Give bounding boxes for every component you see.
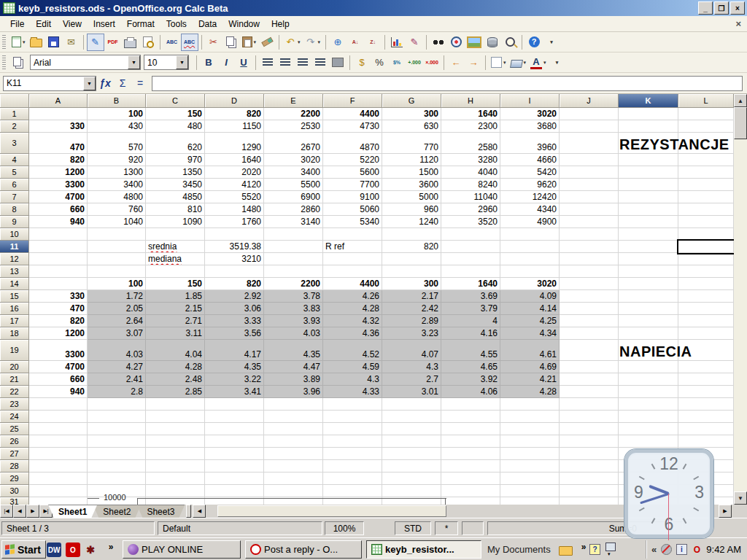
- cell-J11[interactable]: [560, 241, 619, 253]
- cell-B10[interactable]: [88, 228, 146, 241]
- cell-B1[interactable]: 100: [88, 108, 146, 120]
- font-size-combo[interactable]: 10 ▼: [144, 55, 189, 70]
- cell-C8[interactable]: 810: [146, 203, 205, 216]
- cell-E12[interactable]: [264, 253, 323, 265]
- cell-A12[interactable]: [29, 253, 88, 265]
- cell-L2[interactable]: [678, 120, 734, 133]
- cell-E22[interactable]: 3.96: [264, 386, 323, 398]
- font-name-dropdown-icon[interactable]: ▼: [128, 55, 140, 69]
- cell-I29[interactable]: [500, 472, 560, 485]
- background-color-button-dropdown[interactable]: ▾: [524, 60, 527, 66]
- menu-data[interactable]: Data: [193, 18, 222, 31]
- row-header-23[interactable]: 23: [0, 398, 29, 411]
- cell-H29[interactable]: [441, 472, 500, 485]
- help-tray-icon[interactable]: ?: [589, 544, 600, 555]
- cell-G1[interactable]: 300: [382, 108, 441, 120]
- cell-F3[interactable]: 4870: [323, 133, 382, 154]
- cell-G12[interactable]: [382, 253, 441, 265]
- tray-chevron-icon[interactable]: «: [651, 544, 657, 555]
- minimize-button[interactable]: _: [698, 1, 713, 15]
- cell-D17[interactable]: 3.33: [205, 315, 264, 327]
- col-header-A[interactable]: A: [29, 94, 88, 108]
- cell-D9[interactable]: 1760: [205, 216, 264, 228]
- cell-L1[interactable]: [678, 108, 734, 120]
- cell-L8[interactable]: [678, 203, 734, 216]
- cell-L20[interactable]: [678, 361, 734, 373]
- info-tray-icon[interactable]: i: [676, 544, 687, 556]
- cell-C24[interactable]: [146, 411, 205, 423]
- cell-H18[interactable]: 4.16: [441, 327, 500, 340]
- draw-functions-button[interactable]: ✎: [406, 34, 423, 51]
- cell-C17[interactable]: 2.71: [146, 315, 205, 327]
- cell-H16[interactable]: 3.79: [441, 303, 500, 315]
- cell-A4[interactable]: 820: [29, 154, 88, 166]
- add-decimal-button[interactable]: +.000: [406, 54, 423, 71]
- cell-I10[interactable]: [500, 228, 560, 241]
- cell-J13[interactable]: [560, 265, 619, 278]
- close-button[interactable]: ×: [730, 1, 745, 15]
- cell-D30[interactable]: [205, 485, 264, 497]
- vertical-scroll-thumb[interactable]: [734, 107, 747, 139]
- cell-F4[interactable]: 5220: [323, 154, 382, 166]
- cell-E1[interactable]: 2200: [264, 108, 323, 120]
- cell-I8[interactable]: 4340: [500, 203, 560, 216]
- cell-C5[interactable]: 1350: [146, 166, 205, 179]
- cell-G9[interactable]: 1240: [382, 216, 441, 228]
- cell-F29[interactable]: [323, 472, 382, 485]
- font-name-combo[interactable]: Arial ▼: [30, 55, 141, 70]
- cell-F27[interactable]: [323, 448, 382, 460]
- cell-K18[interactable]: [619, 327, 678, 340]
- cell-H2[interactable]: 2300: [441, 120, 500, 133]
- cell-C25[interactable]: [146, 423, 205, 435]
- cell-F9[interactable]: 5340: [323, 216, 382, 228]
- cell-E11[interactable]: [264, 241, 323, 253]
- cell-D5[interactable]: 2020: [205, 166, 264, 179]
- cell-A26[interactable]: [29, 435, 88, 448]
- cell-K14[interactable]: [619, 278, 678, 290]
- cell-C21[interactable]: 2.48: [146, 373, 205, 386]
- gallery-button[interactable]: [465, 34, 484, 51]
- edit-file-button[interactable]: ✎: [87, 34, 104, 51]
- cell-A10[interactable]: [29, 228, 88, 241]
- cell-F30[interactable]: [323, 485, 382, 497]
- cell-E17[interactable]: 3.93: [264, 315, 323, 327]
- toolbar-overflow-icon[interactable]: »: [576, 540, 591, 554]
- font-color-button[interactable]: A▾: [528, 54, 549, 71]
- cell-J27[interactable]: [560, 448, 619, 460]
- cell-F15[interactable]: 4.26: [323, 290, 382, 303]
- cell-J21[interactable]: [560, 373, 619, 386]
- delete-decimal-button[interactable]: ×.000: [423, 54, 441, 71]
- cell-D16[interactable]: 3.06: [205, 303, 264, 315]
- row-header-8[interactable]: 8: [0, 203, 29, 216]
- cell-G13[interactable]: [382, 265, 441, 278]
- tab-sheet1[interactable]: Sheet1: [48, 505, 97, 518]
- row-header-28[interactable]: 28: [0, 460, 29, 472]
- cell-B17[interactable]: 2.64: [88, 315, 146, 327]
- scroll-up-icon[interactable]: ▲: [734, 94, 747, 107]
- cell-D2[interactable]: 1150: [205, 120, 264, 133]
- cell-A16[interactable]: 470: [29, 303, 88, 315]
- cell-K26[interactable]: [619, 435, 678, 448]
- cell-K6[interactable]: [619, 179, 678, 191]
- cell-C3[interactable]: 620: [146, 133, 205, 154]
- cell-J18[interactable]: [560, 327, 619, 340]
- cell-E25[interactable]: [264, 423, 323, 435]
- row-header-24[interactable]: 24: [0, 411, 29, 423]
- cell-K7[interactable]: [619, 191, 678, 203]
- cell-J6[interactable]: [560, 179, 619, 191]
- scroll-down-icon[interactable]: ▼: [734, 491, 747, 505]
- col-header-H[interactable]: H: [441, 94, 500, 108]
- task-button-play[interactable]: PLAY ONLINE: [123, 540, 241, 559]
- email-button[interactable]: ✉: [63, 34, 80, 51]
- cell-C10[interactable]: [146, 228, 205, 241]
- cell-E21[interactable]: 3.89: [264, 373, 323, 386]
- quick-launch-opera-icon[interactable]: O: [66, 542, 80, 557]
- row-header-9[interactable]: 9: [0, 216, 29, 228]
- cell-G14[interactable]: 300: [382, 278, 441, 290]
- cell-H5[interactable]: 4040: [441, 166, 500, 179]
- print-button[interactable]: [122, 34, 139, 51]
- help-button[interactable]: ?: [525, 34, 543, 51]
- cell-I27[interactable]: [500, 448, 560, 460]
- row-header-7[interactable]: 7: [0, 191, 29, 203]
- quick-launch-dreamweaver-icon[interactable]: DW: [47, 542, 61, 557]
